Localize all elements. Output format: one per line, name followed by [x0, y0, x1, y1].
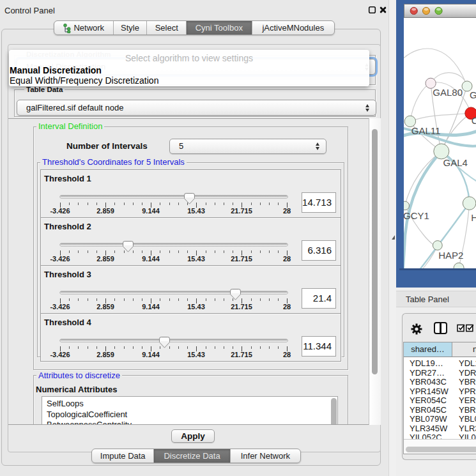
- svg-text:C: C: [472, 115, 476, 126]
- svg-text:GAL11: GAL11: [411, 125, 441, 136]
- svg-text:GAL4: GAL4: [443, 157, 468, 168]
- svg-text:HAP2: HAP2: [438, 250, 463, 261]
- svg-text:H: H: [471, 212, 476, 223]
- svg-text:GCY1: GCY1: [404, 210, 429, 221]
- svg-text:GAL80: GAL80: [433, 87, 463, 98]
- svg-text:GA: GA: [470, 89, 476, 100]
